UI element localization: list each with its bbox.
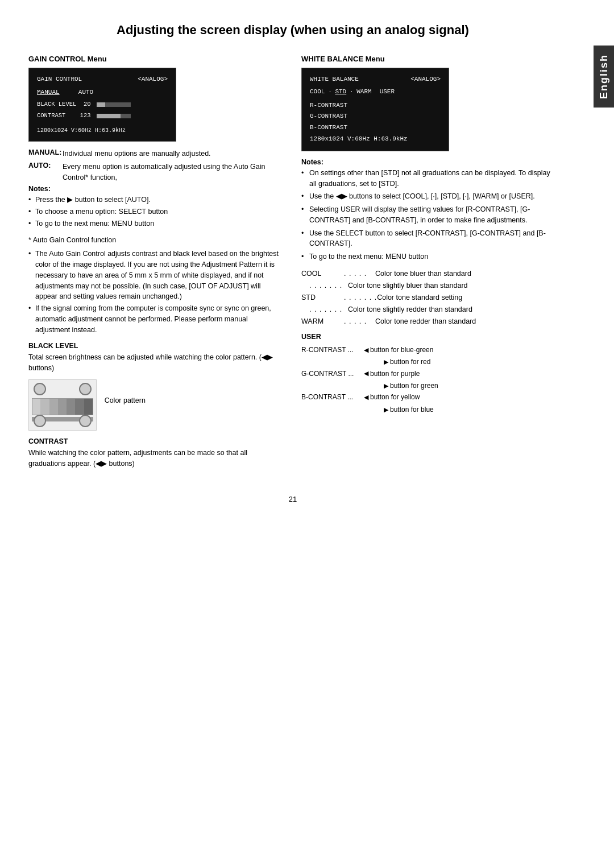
contrast-label: CONTRAST 123: [37, 111, 91, 121]
color-pattern-label: Color pattern: [105, 396, 146, 404]
b-contrast-blue: button for blue: [390, 404, 434, 415]
r-contrast-red: button for red: [390, 356, 430, 367]
auto-desc: Every menu option is automatically adjus…: [63, 162, 284, 183]
auto-gain-title: * Auto Gain Control function: [28, 235, 284, 246]
note-item: To go to the next menu: MENU button: [28, 218, 284, 229]
g-contrast-label: G-CONTRAST ...: [301, 368, 364, 379]
page-wrapper: English Adjusting the screen display (wh…: [0, 0, 614, 868]
wb-warm: WARM: [356, 86, 371, 98]
mode-auto: AUTO: [78, 87, 93, 98]
white-balance-title: WHITE BALANCE Menu: [301, 55, 557, 63]
wb-cool: COOL: [310, 86, 325, 98]
g-contrast-left-tri: ◀: [364, 368, 368, 379]
circle-top-left: [34, 383, 46, 395]
mode-manual: MANUAL: [37, 87, 60, 98]
user-title: USER: [301, 333, 557, 341]
g-contrast-green: button for green: [390, 380, 438, 391]
wb-std: STD: [335, 86, 346, 98]
b-contrast-row: B-CONTRAST: [310, 122, 441, 134]
circle-top-right: [79, 383, 92, 395]
circle-bottom-left: [34, 415, 46, 427]
r-contrast-right-tri: ▶: [384, 357, 388, 367]
color-pattern-area: Color pattern: [28, 379, 284, 431]
right-notes-title: Notes:: [301, 158, 557, 166]
contrast-title: CONTRAST: [28, 437, 284, 445]
screen-header-left: GAIN CONTROL: [37, 74, 82, 85]
auto-gain-notes: The Auto Gain Control adjusts contrast a…: [28, 249, 284, 335]
content-area: Adjusting the screen display (when using…: [28, 23, 586, 503]
user-table: R-CONTRAST ... ◀ button for blue-green ▶…: [301, 344, 557, 415]
g-contrast-right-tri: ▶: [384, 381, 388, 391]
right-note-1: On settings other than [STD] not all gra…: [301, 168, 557, 189]
user-section: USER R-CONTRAST ... ◀ button for blue-gr…: [301, 333, 557, 415]
warm-label: WARM: [301, 316, 344, 327]
page-number: 21: [28, 495, 557, 503]
white-balance-screen: WHITE BALANCE <ANALOG> COOL · STD · WARM…: [301, 68, 449, 151]
color-pattern-image: [28, 379, 97, 431]
right-notes: Notes: On settings other than [STD] not …: [301, 158, 557, 262]
cool-sub-row: . . . . . . . Color tone slightly bluer …: [301, 280, 557, 291]
wb-header-left: WHITE BALANCE: [310, 74, 359, 85]
wb-user: USER: [380, 86, 395, 98]
notes-title: Notes:: [28, 185, 284, 193]
r-contrast-btn-row-2: ▶ button for red: [384, 356, 557, 367]
r-contrast-row: R-CONTRAST: [310, 100, 441, 111]
manual-desc: Individual menu options are manually adj…: [63, 148, 211, 159]
right-note-3: Selecting USER will display the setting …: [301, 204, 557, 226]
manual-row: MANUAL: Individual menu options are manu…: [28, 148, 284, 159]
circle-bottom-right: [79, 415, 92, 427]
right-note-2: Use the ◀▶ buttons to select [COOL], [·]…: [301, 191, 557, 202]
page-title: Adjusting the screen display (when using…: [28, 23, 557, 38]
r-contrast-blue-green: button for blue-green: [370, 344, 433, 356]
cool-warm-section: COOL . . . . . Color tone bluer than sta…: [301, 268, 557, 327]
wb-footer: 1280x1024 V:60Hz H:63.9kHz: [310, 134, 441, 145]
right-note-4: Use the SELECT button to select [R-CONTR…: [301, 228, 557, 250]
b-contrast-left-tri: ◀: [364, 392, 368, 403]
std-dots: . . . . . . .: [344, 292, 377, 303]
auto-row: AUTO: Every menu option is automatically…: [28, 162, 284, 183]
auto-gain-note-2: If the signal coming from the computer i…: [28, 303, 284, 335]
cool-sub-dots: . . . . . . .: [309, 280, 348, 291]
warm-desc: Color tone redder than standard: [375, 316, 557, 327]
std-label: STD: [301, 292, 344, 303]
auto-gain-note-1: The Auto Gain Control adjusts contrast a…: [28, 249, 284, 302]
std-sub-dots: . . . . . . .: [309, 304, 348, 315]
two-column-layout: GAIN CONTROL Menu GAIN CONTROL <ANALOG> …: [28, 55, 557, 472]
gain-control-screen: GAIN CONTROL <ANALOG> MANUAL AUTO BLACK …: [28, 68, 176, 142]
right-notes-list: On settings other than [STD] not all gra…: [301, 168, 557, 262]
std-row: STD . . . . . . . Color tone standard se…: [301, 292, 557, 303]
note-item: Press the ▶ button to select [AUTO].: [28, 195, 284, 205]
gain-control-title: GAIN CONTROL Menu: [28, 55, 284, 63]
std-sub-desc: Color tone slightly redder than standard: [348, 304, 557, 315]
screen-header-right: <ANALOG>: [138, 74, 168, 85]
b-contrast-yellow: button for yellow: [370, 391, 420, 403]
std-sub-row: . . . . . . . Color tone slightly redder…: [301, 304, 557, 315]
g-contrast-purple: button for purple: [370, 368, 420, 379]
contrast-desc: While watching the color pattern, adjust…: [28, 448, 284, 469]
note-item: To choose a menu option: SELECT button: [28, 206, 284, 217]
r-contrast-left-tri: ◀: [364, 345, 368, 356]
cool-sub-desc: Color tone slightly bluer than standard: [348, 280, 557, 291]
black-level-bar: [97, 102, 131, 107]
warm-dots: . . . . .: [344, 316, 375, 327]
black-level-desc: Total screen brightness can be adjusted …: [28, 352, 284, 374]
notes-list: Press the ▶ button to select [AUTO]. To …: [28, 195, 284, 229]
cool-label: COOL: [301, 268, 344, 279]
r-contrast-label: R-CONTRAST ...: [301, 344, 364, 356]
g-contrast-btn-row-2: ▶ button for green: [384, 380, 557, 391]
r-contrast-btn-row-1: R-CONTRAST ... ◀ button for blue-green: [301, 344, 557, 356]
b-contrast-right-tri: ▶: [384, 404, 388, 415]
cool-row: COOL . . . . . Color tone bluer than sta…: [301, 268, 557, 279]
b-contrast-label: B-CONTRAST ...: [301, 391, 364, 403]
auto-label: AUTO:: [28, 162, 63, 183]
manual-label: MANUAL:: [28, 148, 63, 159]
right-column: WHITE BALANCE Menu WHITE BALANCE <ANALOG…: [301, 55, 557, 472]
std-desc: Color tone standard setting: [377, 292, 557, 303]
wb-header-right: <ANALOG>: [410, 74, 441, 85]
warm-row: WARM . . . . . Color tone redder than st…: [301, 316, 557, 327]
screen-footer: 1280x1024 V:60Hz H:63.9kHz: [37, 126, 168, 135]
b-contrast-btn-row-1: B-CONTRAST ... ◀ button for yellow: [301, 391, 557, 403]
english-tab: English: [594, 46, 614, 108]
right-note-5: To go to the next menu: MENU button: [301, 251, 557, 262]
color-bars: [32, 398, 93, 415]
